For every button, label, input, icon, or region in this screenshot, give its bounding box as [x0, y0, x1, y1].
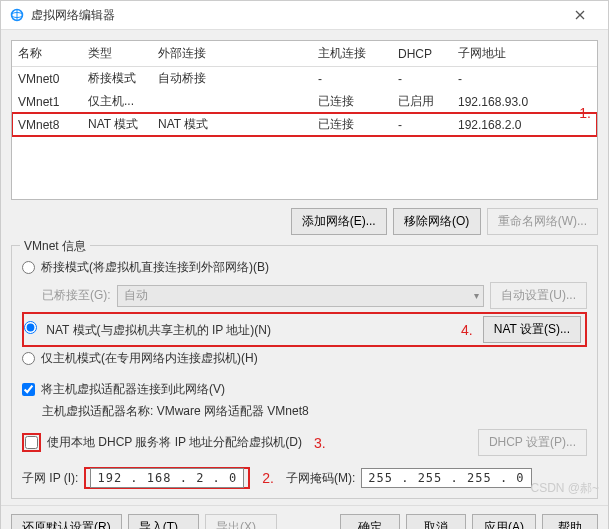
table-row[interactable]: VMnet1 仅主机... 已连接 已启用 192.168.93.0 [12, 90, 597, 113]
annotation-3: 3. [308, 435, 332, 451]
subnet-ip-label: 子网 IP (I): [22, 470, 78, 487]
auto-settings-button: 自动设置(U)... [490, 282, 587, 309]
annotation-4: 4. [455, 322, 479, 338]
col-type[interactable]: 类型 [82, 41, 152, 67]
vmnet-info-group: VMnet 信息 桥接模式(将虚拟机直接连接到外部网络)(B) 已桥接至(G):… [11, 245, 598, 499]
chevron-down-icon: ▾ [474, 290, 479, 301]
host-adapter-label: 主机虚拟适配器名称: [42, 404, 157, 418]
bridged-radio[interactable] [22, 261, 35, 274]
ok-button[interactable]: 确定 [340, 514, 400, 529]
col-dhcp[interactable]: DHCP [392, 41, 452, 67]
restore-defaults-button[interactable]: 还原默认设置(R) [11, 514, 122, 529]
bridged-radio-row[interactable]: 桥接模式(将虚拟机直接连接到外部网络)(B) [22, 256, 587, 279]
col-name[interactable]: 名称 [12, 41, 82, 67]
nat-settings-button[interactable]: NAT 设置(S)... [483, 316, 581, 343]
titlebar: 虚拟网络编辑器 [1, 1, 608, 30]
app-icon [9, 7, 25, 23]
table-row[interactable]: VMnet0 桥接模式 自动桥接 - - - [12, 67, 597, 91]
bridged-to-label: 已桥接至(G): [42, 287, 111, 304]
hostonly-radio-row[interactable]: 仅主机模式(在专用网络内连接虚拟机)(H) [22, 347, 587, 370]
col-host[interactable]: 主机连接 [312, 41, 392, 67]
rename-network-button: 重命名网络(W)... [487, 208, 598, 235]
export-button: 导出(X)... [205, 514, 277, 529]
import-button[interactable]: 导入(T)... [128, 514, 199, 529]
help-button[interactable]: 帮助 [542, 514, 598, 529]
col-ext[interactable]: 外部连接 [152, 41, 312, 67]
apply-button[interactable]: 应用(A) [472, 514, 536, 529]
bridged-combo: 自动 ▾ [117, 285, 485, 307]
group-title: VMnet 信息 [20, 238, 90, 255]
host-connect-checkbox[interactable] [22, 383, 35, 396]
network-table[interactable]: 名称 类型 外部连接 主机连接 DHCP 子网地址 VMnet0 桥接模式 自动… [11, 40, 598, 200]
nat-radio[interactable] [24, 321, 37, 334]
subnet-mask-input[interactable]: 255 . 255 . 255 . 0 [361, 468, 531, 488]
table-row-selected[interactable]: VMnet8 NAT 模式 NAT 模式 已连接 - 192.168.2.0 [12, 113, 597, 136]
annotation-1: 1. [579, 105, 591, 121]
close-button[interactable] [560, 1, 600, 29]
dhcp-settings-button: DHCP 设置(P)... [478, 429, 587, 456]
window-title: 虚拟网络编辑器 [31, 7, 560, 24]
remove-network-button[interactable]: 移除网络(O) [393, 208, 481, 235]
subnet-mask-label: 子网掩码(M): [286, 470, 355, 487]
host-conn-row[interactable]: 将主机虚拟适配器连接到此网络(V) [22, 378, 587, 401]
col-subnet[interactable]: 子网地址 [452, 41, 597, 67]
add-network-button[interactable]: 添加网络(E)... [291, 208, 387, 235]
subnet-ip-input[interactable]: 192 . 168 . 2 . 0 [90, 468, 244, 488]
dialog-buttons: 还原默认设置(R) 导入(T)... 导出(X)... 确定 取消 应用(A) … [1, 505, 608, 529]
hostonly-radio[interactable] [22, 352, 35, 365]
host-adapter-value: VMware 网络适配器 VMnet8 [157, 404, 309, 418]
cancel-button[interactable]: 取消 [406, 514, 466, 529]
dhcp-checkbox[interactable] [25, 436, 38, 449]
annotation-2: 2. [256, 470, 280, 486]
